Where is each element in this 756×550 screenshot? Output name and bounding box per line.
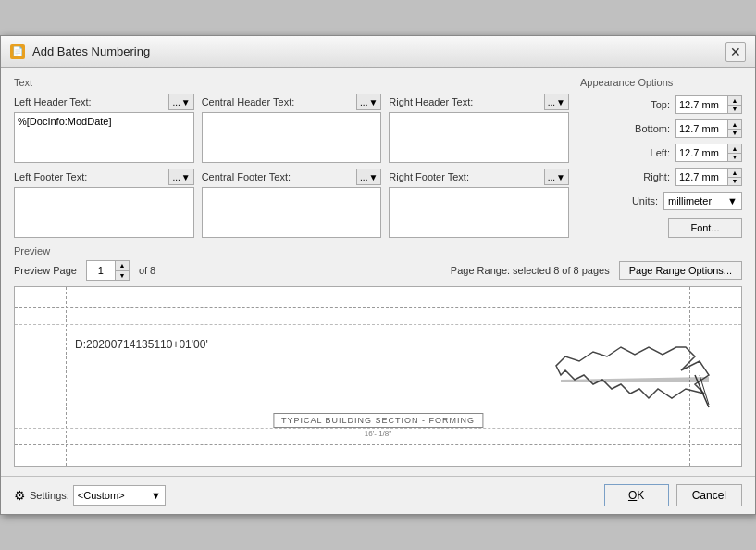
main-content: Text Left Header Text: ... ▼ — [14, 77, 742, 238]
cancel-button[interactable]: Cancel — [676, 484, 742, 506]
right-header-label: Right Header Text: — [389, 96, 473, 107]
header-line — [15, 324, 741, 325]
left-footer-insert-btn[interactable]: ... ▼ — [168, 169, 193, 185]
right-margin-row: Right: ▲ ▼ — [580, 168, 742, 186]
left-header-label: Left Header Text: — [14, 96, 92, 107]
text-section: Text Left Header Text: ... ▼ — [14, 77, 569, 238]
left-header-label-row: Left Header Text: ... ▼ — [14, 94, 194, 110]
top-down-arrow[interactable]: ▼ — [728, 106, 741, 114]
left-footer-label: Left Footer Text: — [14, 171, 87, 182]
dialog-icon: 📄 — [10, 44, 25, 59]
header-row: Left Header Text: ... ▼ %[DocInfo:ModDat… — [14, 94, 569, 163]
dialog-window: 📄 Add Bates Numbering ✕ Text Left Header… — [0, 35, 756, 515]
units-dropdown[interactable]: millimeter ▼ — [663, 192, 742, 210]
left-down-arrow[interactable]: ▼ — [728, 154, 741, 162]
page-range-info: Page Range: selected 8 of 8 pages — [165, 265, 609, 276]
central-header-input[interactable] — [202, 112, 382, 163]
bottom-spinner-arrows: ▲ ▼ — [727, 120, 741, 137]
left-spinner: ▲ ▼ — [675, 144, 742, 162]
appearance-title: Appearance Options — [580, 77, 742, 88]
left-spinner-arrows: ▲ ▼ — [727, 144, 741, 161]
left-label: Left: — [628, 147, 670, 158]
title-bar: 📄 Add Bates Numbering ✕ — [1, 36, 755, 68]
units-row: Units: millimeter ▼ — [580, 192, 742, 210]
stamp-area: TYPICAL BUILDING SECTION - FORMING 16'- … — [273, 413, 483, 438]
left-header-group: Left Header Text: ... ▼ %[DocInfo:ModDat… — [14, 94, 194, 163]
font-button[interactable]: Font... — [668, 218, 742, 238]
top-margin-row: Top: ▲ ▼ — [580, 95, 742, 114]
left-value-input[interactable] — [676, 146, 727, 159]
settings-dropdown[interactable]: <Custom> ▼ — [73, 485, 166, 506]
preview-header-text: D:20200714135110+01'00' — [75, 338, 208, 351]
preview-page-label: Preview Page — [14, 265, 77, 276]
central-header-group: Central Header Text: ... ▼ — [202, 94, 382, 163]
central-footer-insert-btn[interactable]: ... ▼ — [356, 169, 381, 185]
central-header-label: Central Header Text: — [202, 96, 295, 107]
preview-page-input[interactable] — [87, 264, 115, 277]
right-footer-input[interactable] — [389, 187, 569, 238]
header-fields: Left Header Text: ... ▼ %[DocInfo:ModDat… — [14, 94, 569, 238]
bottom-spinner: ▲ ▼ — [675, 119, 742, 138]
right-label: Right: — [628, 171, 670, 182]
left-footer-group: Left Footer Text: ... ▼ — [14, 169, 194, 238]
appearance-section: Appearance Options Top: ▲ ▼ Bottom: — [580, 77, 742, 238]
left-footer-label-row: Left Footer Text: ... ▼ — [14, 169, 194, 185]
right-footer-label-row: Right Footer Text: ... ▼ — [389, 169, 569, 185]
central-footer-input[interactable] — [202, 187, 382, 238]
preview-page-arrows: ▲ ▼ — [115, 261, 129, 280]
right-footer-label: Right Footer Text: — [389, 171, 469, 182]
units-value: millimeter — [668, 195, 712, 206]
right-footer-group: Right Footer Text: ... ▼ — [389, 169, 569, 238]
signature-svg — [510, 338, 713, 412]
left-footer-input[interactable] — [14, 187, 194, 238]
text-section-label: Text — [14, 77, 569, 88]
top-value-input[interactable] — [676, 98, 727, 111]
right-up-arrow[interactable]: ▲ — [728, 169, 741, 178]
preview-label: Preview — [14, 245, 742, 256]
left-up-arrow[interactable]: ▲ — [728, 144, 741, 154]
footer-buttons: OK Cancel — [604, 484, 742, 506]
left-header-insert-btn[interactable]: ... ▼ — [168, 94, 193, 110]
settings-icon: ⚙ — [14, 488, 26, 503]
dialog-footer: ⚙ Settings: <Custom> ▼ OK Cancel — [1, 476, 755, 514]
top-spinner-arrows: ▲ ▼ — [727, 96, 741, 113]
left-margin-row: Left: ▲ ▼ — [580, 144, 742, 162]
settings-value: <Custom> — [78, 490, 125, 501]
preview-controls: Preview Page ▲ ▼ of 8 Page Range: select… — [14, 260, 742, 281]
top-up-arrow[interactable]: ▲ — [728, 96, 741, 106]
settings-section: ⚙ Settings: <Custom> ▼ — [14, 485, 166, 506]
preview-canvas: D:20200714135110+01'00' TYPICAL BUILDING… — [14, 286, 742, 467]
dialog-title: Add Bates Numbering — [32, 44, 150, 58]
close-button[interactable]: ✕ — [725, 42, 746, 62]
bottom-up-arrow[interactable]: ▲ — [728, 120, 741, 130]
page-range-options-button[interactable]: Page Range Options... — [619, 261, 742, 280]
right-spinner-arrows: ▲ ▼ — [727, 169, 741, 185]
top-spinner: ▲ ▼ — [675, 95, 742, 114]
stamp-sub: 16'- 1/8" — [273, 430, 483, 438]
right-down-arrow[interactable]: ▼ — [728, 178, 741, 186]
central-header-insert-btn[interactable]: ... ▼ — [356, 94, 381, 110]
bottom-margin-row: Bottom: ▲ ▼ — [580, 119, 742, 138]
top-label: Top: — [628, 99, 670, 110]
left-header-input[interactable]: %[DocInfo:ModDate] — [14, 112, 194, 163]
right-header-input[interactable] — [389, 112, 569, 163]
bottom-value-input[interactable] — [676, 122, 727, 135]
title-bar-left: 📄 Add Bates Numbering — [10, 44, 150, 59]
bottom-down-arrow[interactable]: ▼ — [728, 130, 741, 138]
central-footer-label: Central Footer Text: — [202, 171, 291, 182]
left-margin-line — [66, 287, 67, 466]
dialog-body: Text Left Header Text: ... ▼ — [1, 68, 755, 476]
top-margin-line — [15, 307, 741, 308]
bottom-label: Bottom: — [628, 123, 670, 134]
units-dropdown-arrow: ▼ — [727, 195, 737, 206]
preview-page-up[interactable]: ▲ — [116, 261, 129, 271]
right-header-insert-btn[interactable]: ... ▼ — [544, 94, 569, 110]
ok-button[interactable]: OK — [604, 484, 669, 506]
settings-dropdown-arrow: ▼ — [151, 490, 161, 501]
preview-page-down[interactable]: ▼ — [116, 271, 129, 281]
footer-row: Left Footer Text: ... ▼ Centra — [14, 169, 569, 238]
right-value-input[interactable] — [676, 170, 727, 183]
settings-label: Settings: — [30, 490, 69, 501]
right-spinner: ▲ ▼ — [675, 168, 742, 186]
right-footer-insert-btn[interactable]: ... ▼ — [544, 169, 569, 185]
